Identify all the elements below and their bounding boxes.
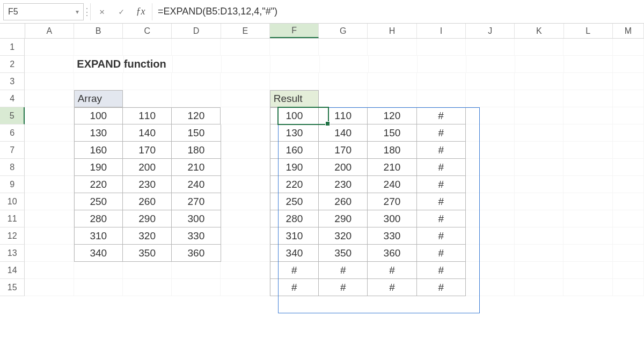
cell-D11[interactable]: 300 (172, 210, 221, 227)
cell-F8[interactable]: 190 (270, 159, 319, 176)
cell-B7[interactable]: 160 (74, 142, 123, 159)
cell-H5[interactable]: 120 (368, 107, 416, 124)
cell-D7[interactable]: 180 (172, 142, 221, 159)
row-header-11[interactable]: 11 (0, 210, 25, 227)
cell-K14[interactable] (515, 262, 564, 279)
row-header-6[interactable]: 6 (0, 124, 25, 142)
cell-F1[interactable] (270, 39, 319, 56)
cell-J4[interactable] (466, 90, 515, 107)
row-header-3[interactable]: 3 (0, 73, 25, 90)
cell-D6[interactable]: 150 (172, 124, 221, 142)
row-header-15[interactable]: 15 (0, 279, 25, 296)
cell-A4[interactable] (25, 90, 74, 107)
cell-J10[interactable] (466, 193, 515, 210)
row-header-12[interactable]: 12 (0, 227, 25, 245)
cell-B3[interactable] (74, 73, 123, 90)
cell-A11[interactable] (25, 210, 74, 227)
cell-K3[interactable] (515, 73, 564, 90)
cell-M13[interactable] (613, 245, 644, 262)
cell-I11[interactable]: # (417, 210, 466, 227)
cell-J7[interactable] (466, 142, 515, 159)
cell-G15[interactable]: # (319, 279, 368, 296)
cell-I6[interactable]: # (417, 124, 466, 142)
cell-C12[interactable]: 320 (123, 227, 172, 245)
cell-C1[interactable] (123, 39, 172, 56)
cell-A14[interactable] (25, 262, 74, 279)
cell-J1[interactable] (466, 39, 515, 56)
cell-I7[interactable]: # (417, 142, 466, 159)
cell-H1[interactable] (368, 39, 416, 56)
cell-I5[interactable]: # (417, 107, 466, 124)
cell-L2[interactable] (564, 56, 613, 73)
cell-L5[interactable] (564, 107, 612, 124)
cell-D1[interactable] (172, 39, 221, 56)
fx-icon[interactable]: ƒx (134, 5, 148, 19)
cell-H13[interactable]: 360 (368, 245, 416, 262)
cancel-icon[interactable]: ✕ (95, 5, 109, 19)
cell-M5[interactable] (613, 107, 644, 124)
cell-M3[interactable] (613, 73, 644, 90)
cell-I15[interactable]: # (417, 279, 466, 296)
cell-E8[interactable] (221, 159, 270, 176)
cell-B4-array-header[interactable]: Array (74, 90, 123, 107)
cell-A5[interactable] (25, 107, 74, 124)
cell-B1[interactable] (74, 39, 123, 56)
cell-J6[interactable] (466, 124, 515, 142)
cell-C3[interactable] (123, 73, 172, 90)
cell-L8[interactable] (564, 159, 612, 176)
col-header-F[interactable]: F (270, 24, 319, 38)
cell-E5[interactable] (221, 107, 269, 124)
cell-M6[interactable] (613, 124, 644, 142)
row-header-1[interactable]: 1 (0, 39, 25, 56)
cell-L11[interactable] (564, 210, 612, 227)
cell-F14[interactable]: # (270, 262, 319, 279)
cell-B14[interactable] (74, 262, 123, 279)
cell-E11[interactable] (221, 210, 270, 227)
col-header-G[interactable]: G (319, 24, 368, 38)
cell-G6[interactable]: 140 (319, 124, 368, 142)
cell-G3[interactable] (319, 73, 368, 90)
row-header-2[interactable]: 2 (0, 56, 25, 73)
cell-G8[interactable]: 200 (319, 159, 368, 176)
cell-H9[interactable]: 240 (368, 176, 416, 193)
cell-B11[interactable]: 280 (74, 210, 123, 227)
cell-L7[interactable] (564, 142, 612, 159)
col-header-A[interactable]: A (25, 24, 74, 38)
cell-C5[interactable]: 110 (123, 107, 172, 124)
cell-F7[interactable]: 160 (270, 142, 319, 159)
cell-H14[interactable]: # (368, 262, 416, 279)
cell-H11[interactable]: 300 (368, 210, 416, 227)
cell-I1[interactable] (417, 39, 466, 56)
cell-B6[interactable]: 130 (74, 124, 123, 142)
row-header-9[interactable]: 9 (0, 176, 25, 193)
cell-E13[interactable] (221, 245, 270, 262)
cell-K1[interactable] (515, 39, 564, 56)
cell-L15[interactable] (564, 279, 612, 296)
cell-F9[interactable]: 220 (270, 176, 319, 193)
cell-L4[interactable] (564, 90, 612, 107)
cell-L3[interactable] (564, 73, 612, 90)
cell-K13[interactable] (515, 245, 564, 262)
cell-K2[interactable] (515, 56, 564, 73)
cell-D5[interactable]: 120 (172, 107, 221, 124)
row-header-4[interactable]: 4 (0, 90, 25, 107)
cell-F12[interactable]: 310 (270, 227, 319, 245)
cell-E1[interactable] (221, 39, 269, 56)
cell-C15[interactable] (123, 279, 172, 296)
cell-D8[interactable]: 210 (172, 159, 221, 176)
cell-A13[interactable] (25, 245, 74, 262)
cell-J11[interactable] (466, 210, 515, 227)
cell-B2-title[interactable]: EXPAND function (74, 56, 124, 73)
cell-F2[interactable] (270, 56, 319, 73)
cell-I14[interactable]: # (417, 262, 466, 279)
cell-A10[interactable] (25, 193, 74, 210)
cell-H12[interactable]: 330 (368, 227, 416, 245)
col-header-K[interactable]: K (515, 24, 564, 38)
cell-H4[interactable] (368, 90, 416, 107)
cell-E4[interactable] (221, 90, 270, 107)
enter-icon[interactable]: ✓ (114, 5, 128, 19)
cell-I13[interactable]: # (417, 245, 466, 262)
cell-G1[interactable] (319, 39, 368, 56)
cell-L6[interactable] (564, 124, 612, 142)
cell-E12[interactable] (221, 227, 270, 245)
